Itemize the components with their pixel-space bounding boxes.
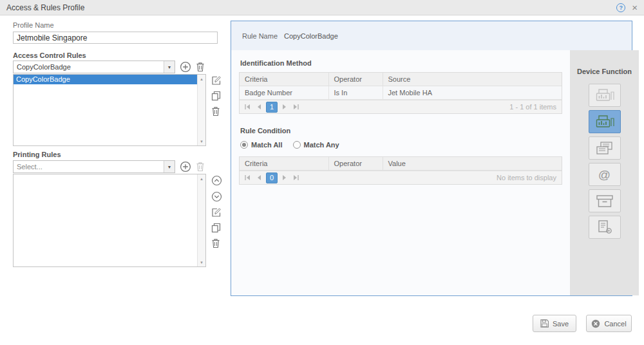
- radio-selected-icon[interactable]: [240, 141, 248, 149]
- device-function-email-tile[interactable]: @: [589, 163, 621, 186]
- match-mode-radio-group: Match All Match Any: [240, 141, 562, 149]
- first-page-icon: [244, 174, 251, 181]
- last-page-icon: [293, 104, 299, 110]
- device-function-print-tile[interactable]: [589, 136, 621, 160]
- next-page-icon: [281, 174, 288, 181]
- copier-chart-icon: [595, 114, 614, 129]
- printing-rules-dropdown[interactable]: Select... ▾: [13, 160, 175, 173]
- scrollbar[interactable]: ▴ ▾: [197, 75, 205, 145]
- add-printing-rule-button[interactable]: [180, 161, 191, 172]
- trash-icon: [211, 238, 220, 248]
- printing-rules-toolbar: Select... ▾: [13, 160, 225, 173]
- help-icon[interactable]: ?: [616, 3, 625, 12]
- dropdown-value: CopyColorBadge: [14, 61, 164, 73]
- pager-page-button[interactable]: 1: [266, 102, 278, 113]
- edit-printing-rule-button[interactable]: [211, 207, 222, 218]
- access-control-rules-label: Access Control Rules: [13, 51, 225, 59]
- cancel-button[interactable]: Cancel: [586, 315, 632, 332]
- rule-header: Rule Name CopyColorBadge: [231, 21, 632, 50]
- first-page-icon: [244, 104, 251, 110]
- table-row[interactable]: Badge Number Is In Jet Mobile HA: [240, 86, 562, 100]
- printing-rules-list-actions: [211, 174, 222, 267]
- identification-grid: Criteria Operator Source Badge Number Is…: [239, 72, 562, 114]
- column-header: Operator: [328, 73, 383, 86]
- plus-circle-icon: [180, 161, 191, 172]
- trash-icon: [211, 106, 220, 117]
- scroll-up-icon[interactable]: ▴: [200, 176, 203, 181]
- device-function-copy-tile[interactable]: [589, 84, 621, 107]
- access-rules-list-actions: [211, 74, 222, 146]
- access-rules-dropdown[interactable]: CopyColorBadge ▾: [13, 61, 175, 73]
- scroll-up-icon[interactable]: ▴: [200, 77, 203, 81]
- device-function-archive-tile[interactable]: [589, 189, 621, 212]
- copy-access-rule-button[interactable]: [211, 91, 222, 101]
- edit-access-rule-button[interactable]: [211, 75, 222, 86]
- pager-next-button[interactable]: [279, 102, 290, 113]
- move-down-button[interactable]: [211, 191, 222, 202]
- scroll-down-icon[interactable]: ▾: [200, 260, 203, 265]
- condition-grid: Criteria Operator Value: [239, 156, 562, 185]
- copy-printing-rule-button[interactable]: [211, 223, 222, 233]
- column-header: Value: [383, 157, 562, 171]
- save-button[interactable]: Save: [533, 315, 576, 332]
- chevron-down-icon[interactable]: ▾: [164, 161, 175, 172]
- condition-pager: 0 No items to display: [240, 171, 562, 184]
- pager-last-button[interactable]: [290, 172, 302, 183]
- cancel-icon: [591, 319, 600, 328]
- match-any-label: Match Any: [304, 141, 339, 149]
- delete-selected-access-rule-button[interactable]: [211, 106, 222, 117]
- pager-first-button[interactable]: [242, 172, 253, 183]
- access-rules-listbox[interactable]: CopyColorBadge ▴ ▾: [13, 74, 206, 146]
- printing-rules-list-row: ▴ ▾: [13, 174, 225, 267]
- column-header: Criteria: [240, 157, 328, 171]
- delete-selected-printing-rule-button[interactable]: [211, 238, 222, 248]
- scroll-down-icon[interactable]: ▾: [200, 139, 203, 144]
- grid-cell: Jet Mobile HA: [383, 86, 562, 100]
- circle-up-icon: [211, 175, 222, 186]
- chevron-down-icon[interactable]: ▾: [164, 61, 175, 73]
- rule-body: Identification Method Criteria Operator …: [231, 50, 632, 295]
- circle-down-icon: [211, 191, 222, 202]
- pager-prev-button[interactable]: [253, 172, 265, 183]
- identification-pager: 1 1 - 1 of 1 items: [240, 100, 562, 113]
- delete-printing-rule-button[interactable]: [196, 162, 205, 172]
- scrollbar[interactable]: ▴ ▾: [197, 174, 205, 266]
- save-icon: [540, 319, 549, 328]
- list-item[interactable]: CopyColorBadge: [14, 75, 197, 84]
- device-function-document-settings-tile[interactable]: [589, 216, 621, 239]
- printer-copy-icon: [595, 140, 614, 156]
- match-all-label: Match All: [251, 141, 283, 149]
- device-function-copy-color-tile[interactable]: [589, 110, 621, 133]
- pager-page-button[interactable]: 0: [266, 172, 278, 183]
- column-header: Operator: [328, 157, 383, 171]
- title-bar: Access & Rules Profile ? ×: [0, 0, 644, 15]
- pager-prev-button[interactable]: [253, 102, 265, 113]
- radio-unselected-icon[interactable]: [293, 141, 301, 149]
- document-gear-icon: [596, 219, 614, 235]
- pager-last-button[interactable]: [290, 102, 302, 113]
- next-page-icon: [281, 104, 288, 110]
- delete-access-rule-button[interactable]: [196, 62, 205, 72]
- profile-name-label: Profile Name: [13, 21, 225, 29]
- archive-box-icon: [596, 194, 614, 208]
- device-function-panel: Device Function @: [570, 50, 639, 295]
- grid-cell: Is In: [328, 86, 383, 100]
- pager-next-button[interactable]: [279, 172, 290, 183]
- trash-icon: [196, 62, 205, 72]
- match-any-radio[interactable]: Match Any: [293, 141, 339, 149]
- last-page-icon: [293, 174, 299, 181]
- save-button-label: Save: [553, 320, 569, 328]
- add-access-rule-button[interactable]: [180, 61, 191, 73]
- match-all-radio[interactable]: Match All: [240, 141, 283, 149]
- cancel-button-label: Cancel: [604, 320, 626, 328]
- pager-first-button[interactable]: [242, 102, 253, 113]
- close-icon[interactable]: ×: [632, 3, 638, 12]
- identification-method-title: Identification Method: [240, 59, 562, 67]
- printing-rules-listbox[interactable]: ▴ ▾: [13, 174, 206, 267]
- copy-icon: [211, 223, 221, 233]
- pager-status: 1 - 1 of 1 items: [509, 103, 560, 111]
- profile-name-input[interactable]: [13, 32, 218, 44]
- move-up-button[interactable]: [211, 175, 222, 186]
- pager-status: No items to display: [497, 174, 560, 182]
- copier-chart-icon: [595, 88, 614, 103]
